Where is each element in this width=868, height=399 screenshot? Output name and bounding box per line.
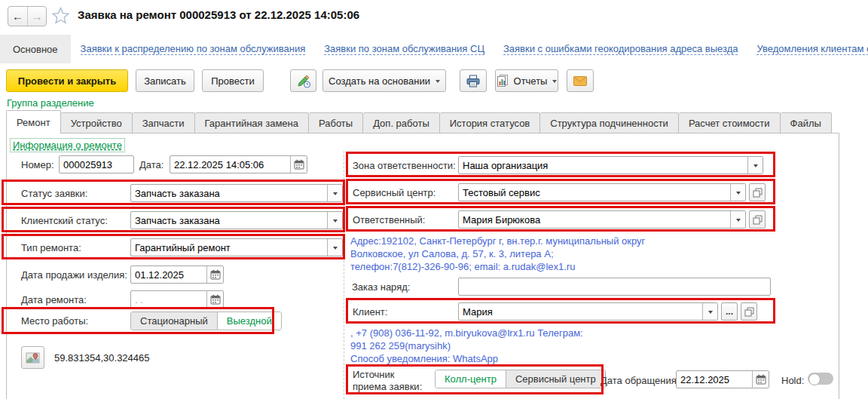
dropdown-arrow-icon[interactable] [730,184,745,201]
favorite-star-icon[interactable] [51,6,70,28]
date-input[interactable] [170,156,290,173]
source-option-service-center[interactable]: Сервисный центр [506,370,605,388]
responsible-open-button[interactable] [749,210,766,229]
sale-date-field[interactable] [130,265,224,284]
client-status-field[interactable] [130,211,343,229]
tab-spare-parts[interactable]: Запчасти [133,112,195,134]
write-button[interactable]: Записать [136,69,194,92]
tab-cost-calculation[interactable]: Расчет стоимости [679,112,781,134]
client-status-input[interactable] [131,212,327,229]
repair-type-input[interactable] [131,239,327,256]
tab-works[interactable]: Работы [309,112,363,134]
work-order-input[interactable] [459,278,770,295]
sale-date-label: Дата продажи изделия: [21,269,127,281]
request-date-field[interactable] [676,370,769,388]
address-line: Адрес:192102, Санкт-Петербург г, вн.тер.… [350,235,645,247]
pencil-clock-icon [296,73,311,88]
source-option-call-center[interactable]: Колл-центр [436,370,506,388]
number-field[interactable] [59,155,134,173]
date-field[interactable] [170,155,307,173]
tab-subordination-structure[interactable]: Структура подчиненности [540,112,679,134]
printer-icon [466,75,480,87]
client-field[interactable] [458,302,718,321]
client-open-button[interactable] [741,302,757,321]
reports-button[interactable]: Отчеты [495,69,558,92]
tab-files[interactable]: Файлы [781,112,832,134]
work-place-switch: Стационарный Выездной [130,312,282,330]
back-button[interactable]: ← [8,7,27,26]
forward-arrow-icon: → [32,10,43,23]
dropdown-arrow-icon[interactable] [327,239,342,256]
responsible-input[interactable] [459,211,730,228]
tab-device[interactable]: Устройство [61,112,133,134]
client-status-label: Клиентский статус: [21,215,108,226]
dropdown-arrow-icon[interactable] [327,185,342,201]
open-form-icon [753,188,763,198]
dropdown-arrow-icon[interactable] [730,211,745,228]
zone-input[interactable] [459,157,747,173]
dropdown-arrow-icon[interactable] [747,157,763,173]
dropdown-arrow-icon[interactable] [327,212,342,229]
tab-repair[interactable]: Ремонт [6,110,61,134]
status-field[interactable] [130,184,343,202]
group-separator-link[interactable]: Группа разделение [7,97,94,109]
repair-date-input[interactable] [131,291,206,308]
work-place-option-field[interactable]: Выездной [217,312,281,330]
print-button[interactable] [460,69,487,92]
open-form-icon [744,307,754,317]
post-button[interactable]: Провести [202,69,264,92]
status-input[interactable] [131,185,327,201]
address-line: телефон:7(812)-326-90-96; email: a.rudak… [350,261,575,272]
calendar-icon[interactable] [206,266,223,283]
contact-line: 991 262 259(marysihk) [350,340,451,351]
sale-date-input[interactable] [131,266,206,283]
back-arrow-icon: ← [12,10,23,23]
calendar-icon[interactable] [290,156,307,173]
zone-field[interactable] [458,156,763,174]
service-center-open-button[interactable] [749,183,766,201]
nav-link-service-zones[interactable]: Заявки по зонам обслуживания СЦ [324,43,484,55]
responsible-field[interactable] [458,210,746,229]
service-center-input[interactable] [459,184,730,201]
work-place-option-stationary[interactable]: Стационарный [131,312,217,330]
nav-link-geocoding-errors[interactable]: Заявки с ошибками геокодирования адреса … [503,43,738,55]
hold-toggle[interactable] [808,373,833,385]
nav-tab-main[interactable]: Основное [0,35,71,63]
tab-warranty-replacement[interactable]: Гарантийная замена [195,112,309,134]
tab-strip: Ремонт Устройство Запчасти Гарантийная з… [6,110,832,134]
repair-date-field[interactable] [130,290,224,308]
date-label: Дата: [139,159,164,170]
map-icon [26,351,41,365]
forward-button[interactable]: → [27,7,46,26]
nav-link-client-notifications[interactable]: Уведомления клиентам о изм [756,43,868,55]
client-input[interactable] [459,303,702,320]
dropdown-arrow-icon[interactable] [702,303,717,320]
responsible-label: Ответственный: [353,214,425,226]
history-nav: ← → [8,6,47,26]
calendar-icon[interactable] [206,291,223,308]
source-switch: Колл-центр Сервисный центр [435,370,606,388]
status-label: Статус заявки: [21,188,87,199]
work-order-field[interactable] [458,278,771,296]
tab-status-history[interactable]: История статусов [440,112,541,134]
show-on-map-button[interactable] [21,346,44,369]
change-status-button[interactable] [290,69,316,92]
tab-additional-works[interactable]: Доп. работы [363,112,440,134]
nav-links: Заявки к распределению по зонам обслужив… [71,35,868,63]
request-date-label: Дата обращения: [601,375,679,386]
number-input[interactable] [60,156,133,173]
calendar-icon[interactable] [752,371,769,388]
client-label: Клиент: [353,306,387,318]
email-button[interactable] [567,69,594,92]
repair-info-section-header[interactable]: Информация о ремонте [10,138,125,152]
repair-type-field[interactable] [130,238,343,256]
request-date-input[interactable] [677,371,752,388]
page-title: Заявка на ремонт 000025913 от 22.12.2025… [78,8,359,21]
work-place-label: Место работы: [21,315,88,327]
service-center-field[interactable] [458,183,746,201]
post-and-close-button[interactable]: Провести и закрыть [6,69,128,92]
create-on-basis-button[interactable]: Создать на основании [322,69,446,92]
client-choose-button[interactable]: ... [721,302,738,321]
nav-link-distribution-zones[interactable]: Заявки к распределению по зонам обслужив… [81,43,306,55]
chevron-down-icon [552,80,557,85]
